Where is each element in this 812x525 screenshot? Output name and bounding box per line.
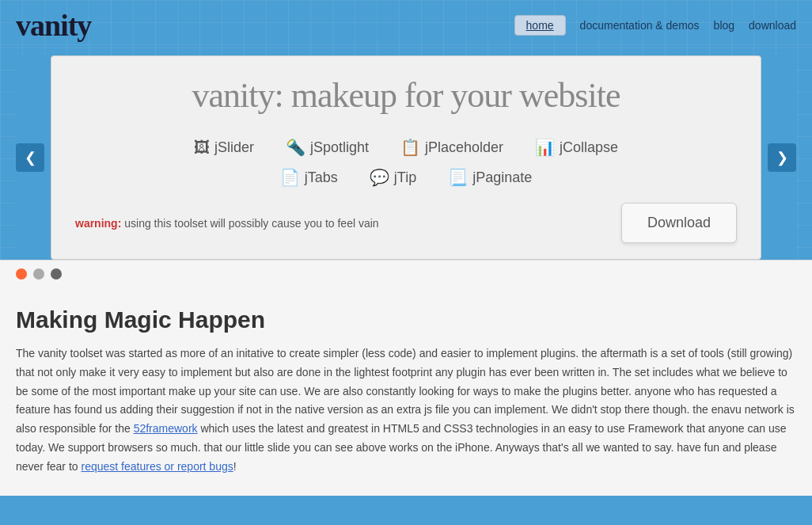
nav-download[interactable]: download [749, 19, 796, 32]
dot-2[interactable] [33, 268, 44, 280]
plugin-jpaginate: 📃 jPaginate [448, 168, 532, 187]
plugins-grid: 🖼 jSlider 🔦 jSpotlight 📋 jPlaceholder 📊 … [75, 138, 737, 187]
slide-footer: warning: using this toolset will possibl… [75, 203, 737, 243]
logo: vanity [16, 8, 91, 43]
plugin-jplaceholder: 📋 jPlaceholder [400, 138, 503, 157]
nav-home[interactable]: home [514, 15, 566, 36]
nav-blog[interactable]: blog [714, 19, 734, 32]
jspotlight-icon: 🔦 [286, 138, 305, 157]
report-bugs-link[interactable]: request features or report bugs [82, 460, 233, 473]
slide-dots [0, 260, 812, 287]
jslider-icon: 🖼 [194, 139, 210, 157]
main-content: Making Magic Happen The vanity toolset w… [0, 287, 812, 496]
jplaceholder-icon: 📋 [400, 138, 420, 157]
main-nav: home documentation & demos blog download [514, 15, 796, 36]
plugin-jspotlight: 🔦 jSpotlight [286, 138, 369, 157]
52framework-link[interactable]: 52framework [134, 422, 198, 435]
next-arrow[interactable]: ❯ [768, 143, 796, 172]
download-button[interactable]: Download [621, 203, 737, 243]
slide-panel: vanity: makeup for your website 🖼 jSlide… [51, 55, 761, 260]
jtabs-icon: 📄 [280, 168, 300, 187]
jtip-icon: 💬 [370, 168, 389, 187]
warning-text: warning: using this toolset will possibl… [75, 217, 379, 230]
plugin-jtip: 💬 jTip [370, 168, 416, 187]
plugin-jcollapse: 📊 jCollapse [535, 138, 618, 157]
plugin-jtabs: 📄 jTabs [280, 168, 338, 187]
prev-arrow[interactable]: ❮ [16, 143, 44, 172]
section-body: The vanity toolset was started as more o… [16, 344, 796, 477]
plugin-jslider: 🖼 jSlider [194, 138, 254, 157]
warning-label: warning: [75, 217, 121, 230]
nav-docs[interactable]: documentation & demos [580, 19, 700, 32]
dot-3[interactable] [51, 268, 62, 280]
slide-title: vanity: makeup for your website [75, 75, 737, 116]
jpaginate-icon: 📃 [448, 168, 468, 187]
jcollapse-icon: 📊 [535, 138, 555, 157]
section-title: Making Magic Happen [16, 306, 796, 333]
dot-1[interactable] [16, 268, 27, 280]
